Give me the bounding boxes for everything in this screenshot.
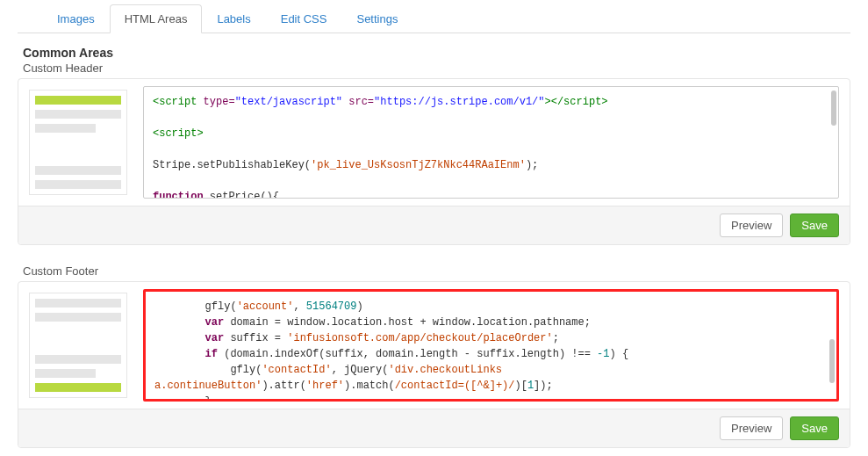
preview-button[interactable]: Preview: [720, 416, 783, 440]
tab-images[interactable]: Images: [42, 4, 110, 33]
scrollbar[interactable]: [831, 90, 836, 126]
custom-header-label: Custom Header: [18, 62, 850, 75]
custom-footer-label: Custom Footer: [18, 264, 850, 278]
footer-thumbnail: [29, 289, 127, 402]
scrollbar[interactable]: [829, 339, 835, 383]
tab-bar: Images HTML Areas Labels Edit CSS Settin…: [18, 4, 850, 33]
custom-header-panel: <script type="text/javascript" src="http…: [18, 78, 850, 245]
custom-header-code[interactable]: <script type="text/javascript" src="http…: [143, 86, 839, 199]
preview-button[interactable]: Preview: [720, 214, 783, 237]
header-thumbnail: [29, 86, 127, 199]
tab-edit-css[interactable]: Edit CSS: [266, 4, 342, 33]
section-title: Common Areas: [18, 46, 850, 60]
custom-footer-panel: gfly('account', 51564709) var domain = w…: [18, 281, 850, 448]
save-button[interactable]: Save: [790, 214, 839, 237]
tab-html-areas[interactable]: HTML Areas: [110, 4, 203, 33]
custom-footer-code[interactable]: gfly('account', 51564709) var domain = w…: [143, 289, 839, 402]
save-button[interactable]: Save: [790, 416, 839, 440]
tab-labels[interactable]: Labels: [202, 4, 265, 33]
tab-settings[interactable]: Settings: [341, 4, 412, 33]
